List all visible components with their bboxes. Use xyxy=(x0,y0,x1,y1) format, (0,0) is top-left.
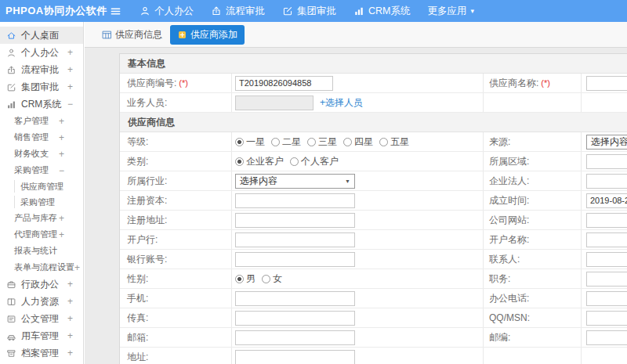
nav-workflow-approval-label: 流程审批 xyxy=(226,5,265,18)
field-bank-input[interactable] xyxy=(235,232,355,247)
form-row: 类别:企业客户个人客户所属区域: xyxy=(120,152,627,171)
field-fax-input[interactable] xyxy=(235,311,355,326)
field-supplier-code-input[interactable] xyxy=(235,76,333,91)
option-label: 二星 xyxy=(282,135,301,149)
expand-plus-icon[interactable]: + xyxy=(67,314,73,323)
expand-plus-icon[interactable]: + xyxy=(74,263,80,272)
expand-plus-icon[interactable]: + xyxy=(67,48,73,57)
field-level-radio-2[interactable] xyxy=(307,138,316,146)
sidebar-item-workflow-approval[interactable]: 流程审批+ xyxy=(0,61,83,78)
field-account-name-input[interactable] xyxy=(586,232,627,247)
field-level-option-4[interactable]: 五星 xyxy=(379,135,409,149)
sidebar-item-sales-mgmt[interactable]: 销售管理+ xyxy=(0,129,83,146)
field-legal-person-input[interactable] xyxy=(586,174,627,189)
field-gender-radio-1[interactable] xyxy=(262,275,270,283)
expand-plus-icon[interactable]: + xyxy=(59,214,64,223)
label-fax-text: 传真: xyxy=(127,312,148,325)
expand-plus-icon[interactable]: + xyxy=(67,348,73,358)
field-level-option-1[interactable]: 二星 xyxy=(271,135,301,149)
select-person-link[interactable]: +选择人员 xyxy=(320,96,363,110)
field-qq-msn-input[interactable] xyxy=(586,311,627,326)
sidebar-item-reports-statistics[interactable]: 报表与统计 xyxy=(0,243,83,259)
expand-plus-icon[interactable]: + xyxy=(59,230,64,240)
required-mark: (*) xyxy=(541,78,550,88)
field-gender-radio-0[interactable] xyxy=(235,275,244,283)
field-gender-option-1[interactable]: 女 xyxy=(262,272,282,286)
label-company-website: 公司网站: xyxy=(484,211,581,229)
sidebar-item-vehicle-mgmt[interactable]: 用车管理+ xyxy=(0,327,83,344)
field-email-input[interactable] xyxy=(235,330,355,345)
expand-plus-icon[interactable]: + xyxy=(59,117,64,126)
nav-personal-office[interactable]: 个人办公 xyxy=(131,0,202,22)
sidebar-item-personal-office-label: 个人办公 xyxy=(21,46,59,59)
field-address-input[interactable] xyxy=(235,350,355,364)
sidebar-item-document-mgmt[interactable]: 公文管理+ xyxy=(0,310,83,327)
collapse-minus-icon[interactable]: − xyxy=(59,166,64,175)
field-founded-date-input[interactable] xyxy=(586,193,627,208)
collapse-minus-icon[interactable]: − xyxy=(67,99,73,109)
field-category-option-0[interactable]: 企业客户 xyxy=(235,155,284,168)
field-level-radio-0[interactable] xyxy=(235,138,244,146)
field-industry-select[interactable]: 选择内容▼ xyxy=(235,174,355,189)
field-level-option-0[interactable]: 一星 xyxy=(235,135,265,149)
sidebar-item-workflow-approval-label: 流程审批 xyxy=(21,63,59,77)
label-qq-msn: QQ/MSN: xyxy=(484,308,581,327)
sidebar-item-group-approval[interactable]: 集团审批+ xyxy=(0,78,83,96)
field-level-radio-4[interactable] xyxy=(379,138,388,146)
sidebar-item-procurement-mgmt[interactable]: 采购管理− xyxy=(0,162,83,178)
field-category-radio-1[interactable] xyxy=(290,157,299,166)
field-registered-capital xyxy=(231,191,484,210)
field-level-radio-3[interactable] xyxy=(343,138,352,146)
section-title: 供应商信息 xyxy=(120,113,627,132)
field-office-phone-input[interactable] xyxy=(586,291,627,306)
sidebar-item-customer-mgmt[interactable]: 客户管理+ xyxy=(0,113,83,129)
field-category-radio-0[interactable] xyxy=(235,157,244,166)
field-source: 选择内容▼ xyxy=(581,132,627,151)
sidebar-item-purchase-mgmt[interactable]: 采购管理 xyxy=(0,194,83,210)
field-level-option-3[interactable]: 四星 xyxy=(343,135,373,149)
expand-plus-icon[interactable]: + xyxy=(59,150,64,159)
expand-plus-icon[interactable]: + xyxy=(67,65,73,74)
field-bank-account-input[interactable] xyxy=(235,252,355,267)
sidebar-item-admin-office[interactable]: 行政办公+ xyxy=(0,276,83,293)
field-postcode-input[interactable] xyxy=(586,330,627,345)
sidebar-item-human-resources[interactable]: 人力资源+ xyxy=(0,293,83,310)
sidebar-item-agent-mgmt[interactable]: 代理商管理+ xyxy=(0,226,83,243)
nav-crm-system[interactable]: CRM系统 xyxy=(345,0,419,22)
sidebar-item-products-inventory[interactable]: 产品与库存+ xyxy=(0,210,83,226)
sidebar-item-personal-desktop[interactable]: 个人桌面 xyxy=(0,27,83,44)
sidebar-item-archive-mgmt[interactable]: 档案管理+ xyxy=(0,344,83,362)
field-level-radio-1[interactable] xyxy=(271,138,280,146)
hamburger-menu-icon[interactable] xyxy=(110,5,121,17)
field-gender-option-0[interactable]: 男 xyxy=(235,272,256,286)
nav-more-apps[interactable]: 更多应用▾ xyxy=(419,0,483,22)
nav-workflow-approval[interactable]: 流程审批 xyxy=(202,0,274,22)
sidebar-item-agent-mgmt-label: 代理商管理 xyxy=(14,229,57,240)
expand-plus-icon[interactable]: + xyxy=(67,331,73,341)
sidebar-item-personal-office[interactable]: 个人办公+ xyxy=(0,44,83,61)
nav-group-approval[interactable]: 集团审批 xyxy=(274,0,345,22)
sidebar-item-crm-system[interactable]: CRM系统− xyxy=(0,96,83,113)
field-registered-address-input[interactable] xyxy=(235,213,355,228)
field-business-person-input[interactable] xyxy=(235,96,314,110)
field-position-input[interactable] xyxy=(586,272,627,287)
sidebar-item-supplier-mgmt[interactable]: 供应商管理 xyxy=(0,178,83,194)
expand-plus-icon[interactable]: + xyxy=(67,297,73,306)
expand-plus-icon[interactable]: + xyxy=(67,82,73,92)
field-category-option-1[interactable]: 个人客户 xyxy=(290,155,339,168)
expand-plus-icon[interactable]: + xyxy=(67,279,73,289)
field-registered-capital-input[interactable] xyxy=(235,193,355,208)
tab-supplier-info[interactable]: 供应商信息 xyxy=(102,28,162,41)
field-contact-input[interactable] xyxy=(586,252,627,267)
field-level-option-2[interactable]: 三星 xyxy=(307,135,337,149)
tab-supplier-add[interactable]: 供应商添加 xyxy=(170,25,245,45)
car-icon xyxy=(6,331,16,341)
expand-plus-icon[interactable]: + xyxy=(59,133,64,142)
sidebar-item-finance[interactable]: 财务收支+ xyxy=(0,146,83,162)
sidebar-item-form-workflow-settings[interactable]: 表单与流程设置+ xyxy=(0,259,83,276)
field-source-select[interactable]: 选择内容▼ xyxy=(586,135,627,150)
field-supplier-name-input[interactable] xyxy=(586,76,627,91)
field-company-website-input[interactable] xyxy=(586,213,627,228)
field-region-input[interactable] xyxy=(586,154,627,169)
field-mobile-input[interactable] xyxy=(235,291,355,306)
